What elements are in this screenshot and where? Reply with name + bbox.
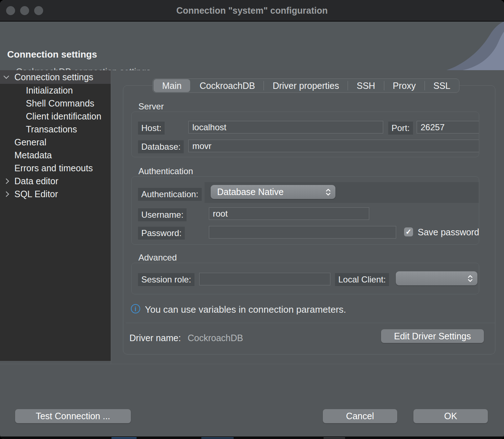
header-title: Connection settings [7,49,97,60]
info-message: You can use variables in connection para… [145,304,346,315]
footer-divider [0,364,504,364]
sidebar-divider [111,70,111,364]
authentication-group: Authentication: Database Native Username… [131,176,479,245]
local-client-label: Local Client: [335,273,389,286]
info-icon: i [131,304,140,313]
session-role-label: Session role: [138,273,194,286]
chevron-down-icon[interactable] [4,73,9,79]
dialog-header: Connection settings CockroachDB connecti… [0,22,504,70]
port-label: Port: [388,122,413,135]
tree-item-connection-settings[interactable]: Connection settings [0,70,111,84]
username-input[interactable] [209,207,369,220]
background-artifact [111,437,137,439]
connection-config-dialog: Connection "system" configuration Connec… [0,0,504,439]
tree-item-errors-and-timeouts[interactable]: Errors and timeouts [0,162,111,175]
updown-chevron-icon [325,188,331,196]
database-input[interactable] [188,140,479,152]
updown-chevron-icon [467,274,473,283]
tree-item-initialization[interactable]: Initialization [0,84,111,97]
password-input[interactable] [209,226,396,239]
database-label: Database: [138,140,184,153]
tab-cockroachdb[interactable]: CockroachDB [191,79,264,92]
driver-name-label: Driver name: [129,333,181,343]
cancel-button[interactable]: Cancel [323,409,397,423]
username-label: Username: [138,208,187,221]
host-label: Host: [138,122,165,135]
settings-tree: Connection settings Initialization Shell… [0,70,111,361]
authentication-section-label: Authentication [138,166,193,176]
save-password-label: Save password [418,227,479,237]
tree-item-shell-commands[interactable]: Shell Commands [0,97,111,110]
port-input[interactable] [417,121,479,133]
background-strip [0,436,504,439]
tree-item-data-editor[interactable]: Data editor [0,175,111,187]
host-input[interactable] [188,121,383,133]
ok-button[interactable]: OK [413,409,488,423]
tree-item-transactions[interactable]: Transactions [0,123,111,136]
chevron-right-icon[interactable] [4,178,9,184]
tree-item-general[interactable]: General [0,136,111,149]
chevron-right-icon[interactable] [4,191,9,197]
driver-section-divider [126,323,495,323]
save-password-checkbox[interactable]: ✓ [404,227,413,236]
window-title: Connection "system" configuration [0,0,504,21]
background-artifact [201,437,234,439]
local-client-select[interactable] [396,271,477,285]
authentication-label: Authentication: [138,188,202,201]
server-section-label: Server [138,101,164,112]
tree-item-client-identification[interactable]: Client identification [0,110,111,123]
password-label: Password: [138,227,185,240]
tab-proxy[interactable]: Proxy [384,79,425,92]
tree-item-sql-editor[interactable]: SQL Editor [0,187,111,200]
authentication-select[interactable]: Database Native [211,185,335,199]
advanced-section-label: Advanced [138,253,177,263]
session-role-input[interactable] [199,273,330,285]
tab-ssh[interactable]: SSH [348,79,384,92]
tab-ssl[interactable]: SSL [425,79,459,92]
advanced-group: Session role: Local Client: [131,263,479,294]
tree-item-metadata[interactable]: Metadata [0,149,111,162]
tab-bar: Main CockroachDB Driver properties SSH P… [152,78,459,93]
tab-driver-properties[interactable]: Driver properties [264,79,348,92]
title-bar: Connection "system" configuration [0,0,504,21]
server-group: Host: Port: Database: [131,112,479,157]
header-subtitle: CockroachDB connection settings [16,67,151,70]
header-decoration [443,22,504,70]
driver-name-value: CockroachDB [188,333,243,343]
test-connection-button[interactable]: Test Connection ... [15,409,131,423]
background-artifact [324,437,345,439]
tab-main[interactable]: Main [154,79,190,92]
edit-driver-settings-button[interactable]: Edit Driver Settings [381,329,484,343]
